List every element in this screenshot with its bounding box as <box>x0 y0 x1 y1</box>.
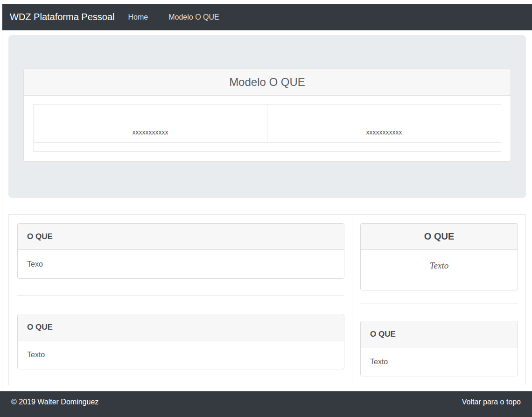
card-oque-left-2-body: Texto <box>18 340 344 369</box>
card-oque-right-2-body: Texto <box>361 347 518 376</box>
modelo-table: xxxxxxxxxxx xxxxxxxxxxx <box>33 104 501 152</box>
left-column: O QUE Texo O QUE Texto <box>9 215 347 385</box>
content-section: O QUE Texo O QUE Texto O QUE Texto O QUE… <box>8 214 526 385</box>
modelo-card-title: Modelo O QUE <box>229 76 305 88</box>
nav-link-modelo-o-que[interactable]: Modelo O QUE <box>161 9 226 25</box>
right-column-divider <box>360 304 518 304</box>
card-oque-right-1: O QUE Texto <box>360 223 518 290</box>
card-oque-left-1: O QUE Texo <box>17 223 344 279</box>
modelo-card-header: Modelo O QUE <box>24 69 511 96</box>
footer-copyright: © 2019 Walter Dominguez <box>11 398 98 406</box>
card-oque-right-1-body: Texto <box>361 250 518 290</box>
modelo-table-cell-left: xxxxxxxxxxx <box>34 105 267 142</box>
main-container: Modelo O QUE xxxxxxxxxxx xxxxxxxxxxx O <box>2 35 532 385</box>
left-column-divider <box>17 295 344 296</box>
card-oque-left-2-title: O QUE <box>18 314 344 340</box>
card-oque-right-2-title: O QUE <box>361 321 518 347</box>
card-oque-right-1-title: O QUE <box>361 224 518 250</box>
jumbotron: Modelo O QUE xxxxxxxxxxx xxxxxxxxxxx <box>8 35 526 198</box>
page-footer: © 2019 Walter Dominguez Voltar para o to… <box>0 391 532 417</box>
modelo-table-row: xxxxxxxxxxx xxxxxxxxxxx <box>34 105 501 143</box>
navbar-brand[interactable]: WDZ Plataforma Pessoal <box>10 12 115 22</box>
nav-link-home[interactable]: Home <box>121 9 156 25</box>
right-column: O QUE Texto O QUE Texto <box>352 215 525 385</box>
top-navbar: WDZ Plataforma Pessoal Home Modelo O QUE <box>2 4 532 30</box>
modelo-table-cell-right: xxxxxxxxxxx <box>267 105 501 142</box>
card-oque-right-2: O QUE Texto <box>360 321 518 376</box>
back-to-top-link[interactable]: Voltar para o topo <box>462 398 521 406</box>
modelo-card: Modelo O QUE xxxxxxxxxxx xxxxxxxxxxx <box>23 69 511 162</box>
page-wrapper: WDZ Plataforma Pessoal Home Modelo O QUE… <box>2 4 532 391</box>
card-oque-left-1-body: Texo <box>18 250 344 278</box>
modelo-table-empty-row <box>34 143 501 151</box>
card-oque-left-2: O QUE Texto <box>17 314 344 369</box>
modelo-card-body: xxxxxxxxxxx xxxxxxxxxxx <box>24 96 511 161</box>
card-oque-left-1-title: O QUE <box>18 224 344 250</box>
